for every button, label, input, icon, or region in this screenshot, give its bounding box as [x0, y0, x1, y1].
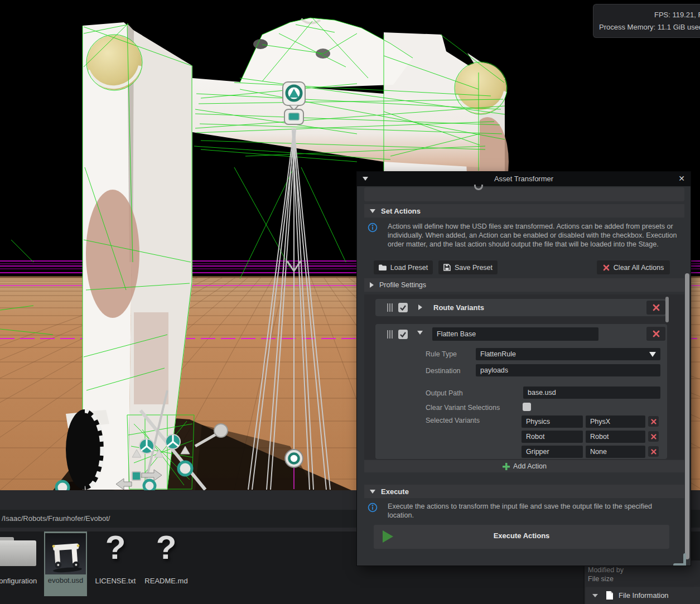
file-details-pane: Modified by File size File Information — [583, 560, 700, 604]
variant-key-field[interactable]: Gripper — [522, 446, 583, 458]
panel-titlebar[interactable]: Asset Transformer ✕ — [357, 172, 691, 186]
collapse-icon — [370, 209, 375, 213]
sensor-gizmo-icon[interactable] — [284, 109, 303, 124]
destination-field[interactable]: payloads — [476, 364, 660, 376]
file-label: evobot.usd — [44, 576, 87, 585]
actions-list-scrollbar[interactable] — [665, 297, 669, 322]
add-action-button[interactable]: Add Action — [364, 460, 684, 472]
folder-icon — [0, 537, 36, 567]
set-actions-header[interactable]: Set Actions — [364, 204, 684, 218]
execute-actions-button[interactable]: Execute Actions — [374, 525, 669, 549]
execute-title: Execute — [381, 487, 409, 496]
clear-variant-selections-label: Clear Variant Selections — [426, 404, 500, 412]
save-icon — [443, 264, 451, 271]
rule-type-label: Rule Type — [426, 350, 457, 358]
variant-delete-button[interactable] — [648, 431, 659, 442]
delete-action-button[interactable] — [646, 327, 665, 341]
info-icon — [368, 502, 378, 513]
file-label: LICENSE.txt — [91, 577, 139, 586]
asset-transformer-panel: Asset Transformer ✕ Set Actions Actions … — [357, 172, 691, 566]
fps-readout: FPS: 119.21, Fra — [654, 11, 700, 19]
clear-all-actions-label: Clear All Actions — [614, 264, 664, 272]
load-preset-button[interactable]: Load Preset — [374, 260, 433, 274]
clear-all-actions-button[interactable]: Clear All Actions — [597, 260, 670, 274]
file-item-license[interactable]: ? LICENSE.txt — [91, 531, 139, 603]
info-icon — [368, 223, 378, 233]
actions-list: Route Variants Flatten Base — [364, 294, 684, 460]
destination-label: Destination — [426, 367, 461, 375]
output-path-label: Output Path — [426, 389, 463, 397]
file-item-configuration[interactable]: configuration — [0, 531, 47, 603]
file-label: configuration — [0, 577, 38, 586]
variant-value-field[interactable]: Robot — [586, 431, 645, 443]
variant-key-field[interactable]: Physics — [522, 415, 583, 428]
action-name-label: Route Variants — [433, 303, 484, 312]
execute-actions-label: Execute Actions — [374, 531, 669, 540]
variant-value-field[interactable]: PhysX — [586, 415, 645, 428]
plus-icon — [502, 462, 510, 471]
output-path-field[interactable]: base.usd — [523, 386, 660, 399]
load-preset-label: Load Preset — [390, 264, 428, 272]
close-icon[interactable]: ✕ — [678, 174, 685, 183]
profile-settings-label: Profile Settings — [379, 281, 426, 289]
action-card-route-variants[interactable]: Route Variants — [375, 299, 667, 316]
file-item-evobot-usd[interactable]: evobot.usd — [44, 531, 87, 596]
drag-handle-icon[interactable] — [387, 303, 393, 312]
execute-description: Execute the actions to transform the inp… — [388, 502, 669, 520]
drag-handle-icon[interactable] — [387, 330, 393, 339]
expand-icon[interactable] — [418, 305, 422, 310]
variant-delete-button[interactable] — [648, 416, 659, 427]
action-enabled-checkbox[interactable] — [398, 330, 408, 339]
file-information-label: File Information — [619, 591, 669, 600]
chevron-down-icon — [592, 594, 598, 597]
performance-overlay: FPS: 119.21, Fra Process Memory: 11.1 Gi… — [593, 4, 700, 38]
set-actions-description: Actions will define how the USD files ar… — [388, 222, 678, 249]
modified-by-label: Modified by — [588, 566, 624, 574]
unknown-file-icon: ? — [91, 528, 139, 567]
file-item-readme[interactable]: ? README.md — [142, 531, 191, 603]
dropdown-caret-icon — [649, 352, 656, 357]
joint-gizmo-icon[interactable] — [285, 450, 303, 467]
memory-readout: Process Memory: 11.1 GiB used, — [599, 23, 700, 31]
usd-thumbnail — [45, 533, 86, 574]
execute-header[interactable]: Execute — [364, 485, 684, 498]
variant-delete-button[interactable] — [648, 446, 659, 457]
document-icon — [606, 591, 614, 600]
file-information-header[interactable]: File Information — [586, 587, 700, 604]
variant-value-field[interactable]: None — [586, 446, 645, 458]
collapse-icon[interactable] — [417, 331, 423, 335]
file-label: README.md — [142, 577, 191, 586]
collapse-icon — [370, 490, 375, 494]
file-size-label: File size — [588, 575, 614, 583]
action-name-field[interactable]: Flatten Base — [432, 327, 598, 341]
delete-action-button[interactable] — [646, 301, 665, 315]
action-card-flatten-base[interactable]: Flatten Base Rule Type FlattenRule Desti… — [375, 324, 667, 459]
expand-icon — [370, 282, 374, 288]
rule-type-dropdown[interactable]: FlattenRule — [476, 348, 660, 360]
save-preset-button[interactable]: Save Preset — [438, 260, 498, 274]
profile-settings-header[interactable]: Profile Settings — [364, 278, 684, 292]
add-action-label: Add Action — [513, 462, 547, 470]
scrolled-widget-stub — [364, 187, 684, 201]
panel-resize-handle[interactable] — [673, 553, 686, 566]
rule-type-value: FlattenRule — [480, 350, 516, 358]
panel-scrollbar[interactable] — [685, 273, 689, 559]
save-preset-label: Save Preset — [455, 264, 493, 272]
unknown-file-icon: ? — [142, 528, 191, 567]
variant-key-field[interactable]: Robot — [522, 431, 583, 443]
folder-icon — [379, 264, 387, 270]
set-actions-title: Set Actions — [381, 207, 421, 215]
action-enabled-checkbox[interactable] — [398, 303, 408, 312]
selected-variants-label: Selected Variants — [426, 417, 480, 424]
panel-title: Asset Transformer — [357, 175, 691, 183]
application-window: FPS: 119.21, Fra Process Memory: 11.1 Gi… — [0, 0, 700, 604]
clear-variant-selections-checkbox[interactable] — [523, 403, 531, 411]
clear-x-icon — [603, 264, 610, 271]
scrolled-knob-fragment — [474, 185, 483, 190]
